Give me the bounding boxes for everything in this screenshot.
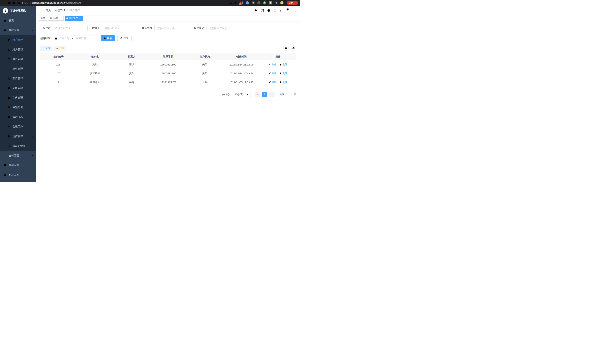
sidebar-item-post[interactable]: 岗位管理 bbox=[0, 83, 36, 93]
table-row[interactable]: 1 芋道源码 芋艿 17321315478 开启 2021-01-05 17:0… bbox=[40, 78, 296, 87]
address-bar[interactable]: 不安全 | dashboard.yudao.iocoder.cn/system/… bbox=[16, 1, 228, 5]
avatar-caret-icon[interactable] bbox=[295, 10, 297, 13]
page-button-1[interactable]: 1 bbox=[262, 92, 267, 97]
tag-tenant[interactable]: 租户管理 × bbox=[65, 16, 83, 21]
navbar-actions: TT bbox=[254, 8, 297, 13]
edit-link[interactable]: 修改 bbox=[269, 81, 276, 84]
extension-colordots-icon[interactable]: 10 bbox=[240, 1, 243, 4]
sidebar-item-notice[interactable]: 通知公告 bbox=[0, 103, 36, 112]
browser-back-button[interactable] bbox=[2, 0, 7, 5]
refresh-table-button[interactable] bbox=[291, 46, 296, 51]
reset-button[interactable]: 重置 bbox=[117, 35, 131, 41]
sidebar-item-role[interactable]: 角色管理 bbox=[0, 54, 36, 64]
sidebar-item-user[interactable]: 用户管理 bbox=[0, 45, 36, 54]
goto-page-input[interactable] bbox=[286, 92, 292, 97]
extension-dark-icon[interactable] bbox=[252, 1, 255, 4]
security-indicator[interactable]: 不安全 bbox=[18, 1, 28, 5]
page-size-select[interactable]: 10条/页 bbox=[233, 92, 251, 97]
tenant-name-input[interactable] bbox=[55, 27, 85, 30]
tag-dept[interactable]: 部门管理 × bbox=[48, 16, 64, 21]
share-button[interactable] bbox=[228, 0, 233, 5]
add-button[interactable]: 新增 bbox=[40, 46, 52, 51]
extension-chat-icon[interactable] bbox=[269, 1, 272, 4]
search-button[interactable]: 搜索 bbox=[101, 35, 115, 41]
extension-green-y-icon[interactable]: Y bbox=[263, 1, 266, 4]
monitor-icon bbox=[4, 164, 7, 167]
plus-icon bbox=[42, 47, 45, 49]
sidebar-item-home[interactable]: 首页 bbox=[0, 16, 36, 25]
sidebar-item-error-code[interactable]: 错误码管理 bbox=[0, 141, 36, 151]
table-row[interactable]: 107 测试租户 秃头 15601691300 关闭 2021-12-14 20… bbox=[40, 69, 296, 78]
briefcase-icon bbox=[4, 174, 7, 177]
export-button-label: 导出 bbox=[59, 47, 64, 50]
delete-link[interactable]: 删除 bbox=[279, 81, 287, 84]
contact-input[interactable] bbox=[104, 27, 135, 30]
sidebar-toggle-button[interactable] bbox=[39, 9, 43, 12]
bookmark-star-button[interactable] bbox=[233, 0, 238, 5]
sidebar-item-devtools[interactable]: 研发工具 bbox=[0, 170, 36, 180]
sidebar-item-audit-log[interactable]: 审计日志 bbox=[0, 112, 36, 122]
delete-link[interactable]: 删除 bbox=[279, 72, 287, 75]
github-button[interactable] bbox=[261, 9, 264, 12]
sidebar-item-label: 岗位管理 bbox=[12, 86, 33, 90]
close-icon[interactable]: × bbox=[79, 17, 81, 19]
app-logo[interactable]: 芋道管理系统 bbox=[0, 6, 36, 16]
back-icon bbox=[3, 1, 6, 4]
export-button[interactable]: 导出 bbox=[54, 46, 66, 51]
toggle-search-button[interactable] bbox=[283, 46, 289, 51]
dashboard-icon bbox=[4, 19, 7, 22]
edit-link[interactable]: 修改 bbox=[269, 72, 276, 75]
sidebar-item-label: 在线用户 bbox=[12, 125, 33, 128]
table-row[interactable]: 108 测试 测试 15601691300 关闭 2021-12-14 21:0… bbox=[40, 60, 296, 69]
browser-update-button[interactable]: 更新 bbox=[287, 1, 298, 5]
sidebar-item-infra[interactable]: 基础设施 bbox=[0, 160, 36, 170]
sidebar-item-label: 通知公告 bbox=[12, 106, 33, 109]
trash-icon bbox=[279, 64, 282, 66]
extension-badge: 10 bbox=[239, 3, 242, 5]
header-search-button[interactable] bbox=[254, 9, 258, 12]
extension-paw-icon[interactable] bbox=[275, 1, 278, 4]
trash-icon bbox=[279, 72, 282, 75]
start-date-input[interactable] bbox=[57, 37, 71, 40]
sidebar-item-menu[interactable]: 菜单管理 bbox=[0, 64, 36, 74]
cell-contact: 芋艿 bbox=[113, 78, 150, 87]
date-range-picker[interactable]: - bbox=[53, 35, 96, 41]
font-size-button[interactable]: TT bbox=[280, 9, 282, 12]
sidebar-item-online-users[interactable]: 在线用户 bbox=[0, 122, 36, 131]
filter-contact: 联系人 bbox=[92, 25, 137, 31]
fullscreen-button[interactable] bbox=[273, 9, 277, 12]
delete-link[interactable]: 删除 bbox=[279, 63, 287, 66]
help-button[interactable] bbox=[267, 9, 270, 12]
cell-tenant-id: 1 bbox=[40, 78, 77, 87]
sidebar-item-dict[interactable]: 字典管理 bbox=[0, 93, 36, 103]
sidebar-item-tenant[interactable]: 租户管理 bbox=[0, 35, 36, 45]
breadcrumb-item-system[interactable]: 系统管理 bbox=[55, 9, 65, 12]
right-toolbar bbox=[283, 46, 296, 51]
browser-home-button[interactable] bbox=[11, 0, 16, 5]
security-label: 不安全 bbox=[21, 1, 28, 5]
extensions-area: 10 Y bbox=[240, 1, 283, 4]
profile-avatar[interactable] bbox=[280, 1, 283, 4]
close-icon[interactable]: × bbox=[59, 17, 62, 19]
sidebar-item-system[interactable]: 系统管理 bbox=[0, 25, 36, 35]
status-select-input[interactable] bbox=[209, 27, 237, 30]
status-select[interactable] bbox=[206, 25, 241, 31]
sidebar-item-payment[interactable]: 支付管理 bbox=[0, 151, 36, 160]
breadcrumb-item-home[interactable]: 首页 bbox=[46, 9, 51, 12]
edit-link[interactable]: 修改 bbox=[269, 63, 276, 66]
sidebar-item-sms[interactable]: 短信管理 bbox=[0, 131, 36, 141]
sidebar: 芋道管理系统 首页 系统管理 租户管理 用户管理 bbox=[0, 6, 36, 182]
browser-reload-button[interactable] bbox=[7, 0, 11, 5]
tag-home[interactable]: 首页 bbox=[39, 16, 47, 21]
end-date-input[interactable] bbox=[74, 37, 88, 40]
cell-contact: 秃头 bbox=[113, 69, 150, 78]
search-button-label: 搜索 bbox=[107, 37, 112, 40]
user-avatar[interactable] bbox=[286, 8, 293, 13]
chevron-down-icon bbox=[31, 164, 33, 166]
extension-drop-icon[interactable] bbox=[245, 0, 250, 5]
prev-page-button[interactable] bbox=[254, 92, 260, 97]
mobile-input[interactable] bbox=[157, 27, 187, 30]
next-page-button[interactable] bbox=[269, 92, 275, 97]
extension-olive-icon[interactable] bbox=[257, 1, 261, 4]
sidebar-item-dept[interactable]: 部门管理 bbox=[0, 74, 36, 83]
